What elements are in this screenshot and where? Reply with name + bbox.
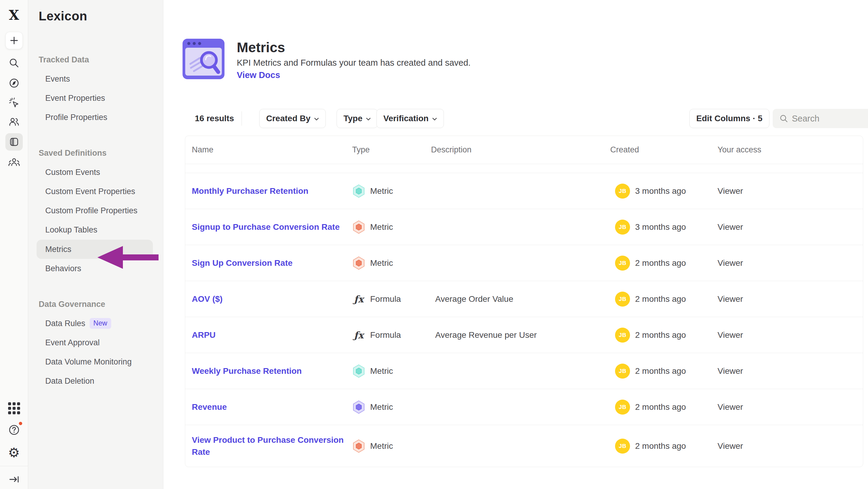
metric-hexagon-icon-purple	[352, 400, 365, 414]
type-label: Formula	[370, 294, 401, 304]
sidebar-item-custom-event-properties[interactable]: Custom Event Properties	[45, 186, 163, 197]
sidebar-item-custom-profile-properties[interactable]: Custom Profile Properties	[45, 205, 163, 216]
view-docs-link[interactable]: View Docs	[237, 70, 280, 80]
sidebar-nav: Tracked DataEventsEvent PropertiesProfil…	[39, 55, 163, 386]
sidebar-item-label: Custom Event Properties	[45, 186, 135, 197]
table-row[interactable]: Monthly Purchaser RetentionMetricJB3 mon…	[185, 173, 863, 209]
filter-label: Created By	[266, 114, 311, 123]
sidebar-item-event-properties[interactable]: Event Properties	[45, 93, 163, 103]
table-row[interactable]: Signup to Purchase Conversion RateMetric…	[185, 209, 863, 245]
gear-icon: ⚙	[8, 446, 20, 459]
sidebar-item-behaviors[interactable]: Behaviors	[45, 263, 163, 274]
table-row[interactable]: Sign Up Conversion RateMetricJB2 months …	[185, 245, 863, 281]
group-icon	[8, 156, 20, 168]
creator-avatar: JB	[615, 364, 630, 379]
table-row[interactable]: Weekly Purchase RetentionMetricJB2 month…	[185, 353, 863, 389]
notification-dot	[18, 421, 23, 426]
sidebar-item-label: Lookup Tables	[45, 225, 97, 235]
discover-nav-button[interactable]	[8, 77, 20, 89]
column-header-created[interactable]: Created	[610, 145, 717, 154]
sidebar-section-label: Data Governance	[39, 299, 163, 309]
search-field	[773, 109, 868, 128]
metric-name-link[interactable]: Signup to Purchase Conversion Rate	[192, 221, 340, 233]
sidebar-item-data-volume-monitoring[interactable]: Data Volume Monitoring	[45, 357, 163, 367]
metric-name-link[interactable]: Weekly Purchase Retention	[192, 365, 302, 377]
sidebar-item-data-deletion[interactable]: Data Deletion	[45, 376, 163, 386]
type-label: Metric	[370, 222, 393, 232]
type-label: Metric	[370, 366, 393, 376]
metric-name-link[interactable]: Revenue	[192, 401, 227, 413]
chevron-down-icon	[366, 118, 371, 121]
filter-created-by[interactable]: Created By	[259, 109, 326, 128]
sidebar-item-profile-properties[interactable]: Profile Properties	[45, 112, 163, 122]
creator-avatar: JB	[615, 439, 630, 454]
app-title: Lexicon	[39, 9, 163, 23]
edit-columns-button[interactable]: Edit Columns · 5	[689, 109, 769, 128]
created-time: 2 months ago	[635, 330, 686, 340]
column-header-access[interactable]: Your access	[717, 145, 863, 154]
table-body: Monthly Purchaser RetentionMetricJB3 mon…	[185, 173, 863, 467]
metric-name-link[interactable]: View Product to Purchase Conversion Rate	[192, 434, 352, 458]
sidebar-item-data-rules[interactable]: Data RulesNew	[45, 318, 163, 328]
type-label: Metric	[370, 441, 393, 451]
sidebar-item-custom-events[interactable]: Custom Events	[45, 167, 163, 177]
metric-name-link[interactable]: AOV ($)	[192, 293, 223, 305]
cohorts-nav-button[interactable]	[8, 156, 20, 168]
sidebar-item-label: Custom Profile Properties	[45, 205, 137, 216]
users-nav-button[interactable]	[8, 116, 20, 128]
chevron-down-icon	[432, 118, 437, 121]
metric-hexagon-icon-orange	[352, 256, 365, 270]
column-header-type[interactable]: Type	[352, 145, 431, 154]
sidebar-item-label: Event Approval	[45, 338, 100, 348]
sidebar-item-lookup-tables[interactable]: Lookup Tables	[45, 225, 163, 235]
toolbar-divider	[242, 111, 242, 126]
access-level: Viewer	[717, 366, 863, 376]
creator-avatar: JB	[615, 292, 630, 307]
search-icon	[779, 114, 788, 123]
access-level: Viewer	[717, 258, 863, 268]
sidebar-item-events[interactable]: Events	[45, 74, 163, 84]
access-level: Viewer	[717, 441, 863, 451]
filter-verification[interactable]: Verification	[376, 109, 444, 128]
created-time: 3 months ago	[635, 222, 686, 232]
main-content: Metrics KPI Metrics and Formulas your te…	[163, 0, 868, 489]
sign-out-button[interactable]	[8, 473, 20, 485]
lexicon-nav-button-active[interactable]	[5, 133, 23, 151]
column-header-name[interactable]: Name	[185, 145, 352, 154]
created-time: 2 months ago	[635, 441, 686, 451]
created-time: 2 months ago	[635, 294, 686, 304]
type-label: Metric	[370, 186, 393, 196]
filter-type[interactable]: Type	[337, 109, 378, 128]
sidebar-section-label: Saved Definitions	[39, 148, 163, 158]
metric-hexagon-icon-orange	[352, 220, 365, 234]
type-label: Metric	[370, 402, 393, 412]
sidebar-item-label: Profile Properties	[45, 112, 107, 122]
search-nav-button[interactable]	[8, 57, 20, 69]
events-nav-button[interactable]	[8, 96, 20, 109]
table-row[interactable]: RevenueMetricJB2 months agoViewer	[185, 389, 863, 425]
metric-name-link[interactable]: Sign Up Conversion Rate	[192, 257, 292, 269]
search-input[interactable]	[792, 109, 867, 128]
sidebar-item-metrics[interactable]: Metrics	[37, 240, 153, 259]
access-level: Viewer	[717, 186, 863, 196]
users-icon	[8, 116, 20, 128]
table-row[interactable]: View Product to Purchase Conversion Rate…	[185, 425, 863, 467]
formula-fx-icon: ƒx	[352, 294, 365, 305]
metric-name-link[interactable]: ARPU	[192, 329, 216, 341]
formula-fx-icon: ƒx	[352, 330, 365, 341]
column-header-description[interactable]: Description	[431, 145, 610, 154]
help-button[interactable]	[7, 423, 21, 436]
apps-nav-button[interactable]	[8, 402, 20, 414]
table-row[interactable]: ARPUƒxFormulaAverage Revenue per UserJB2…	[185, 317, 863, 353]
table-row[interactable]: AOV ($)ƒxFormulaAverage Order ValueJB2 m…	[185, 281, 863, 317]
metrics-page-icon	[183, 39, 224, 79]
sidebar-item-event-approval[interactable]: Event Approval	[45, 338, 163, 348]
create-button[interactable]	[5, 32, 23, 49]
filter-label: Type	[343, 114, 362, 123]
access-level: Viewer	[717, 294, 863, 304]
filter-label: Verification	[383, 114, 429, 123]
metric-name-link[interactable]: Monthly Purchaser Retention	[192, 185, 308, 197]
grid-icon	[8, 402, 20, 414]
settings-button[interactable]: ⚙	[8, 446, 20, 459]
created-time: 2 months ago	[635, 402, 686, 412]
